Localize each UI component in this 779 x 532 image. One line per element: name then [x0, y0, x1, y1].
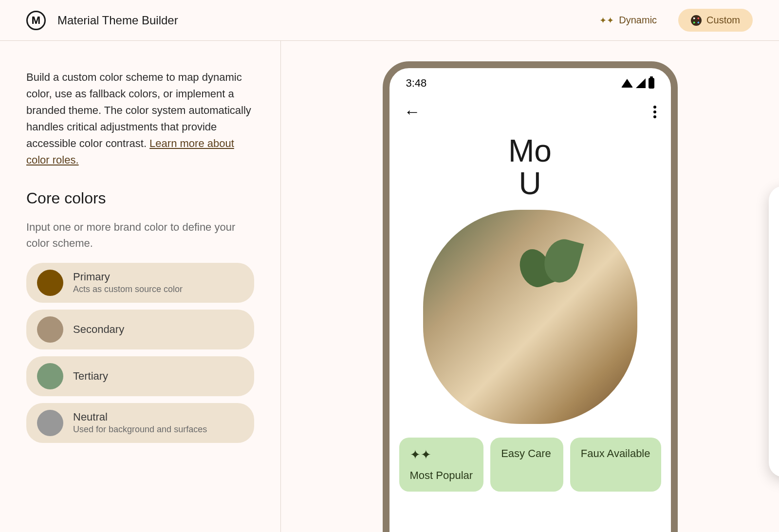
palette-icon [691, 15, 702, 26]
sparkle-icon: ✦✦ [599, 15, 614, 26]
color-row-primary[interactable]: Primary Acts as custom source color [26, 263, 254, 303]
color-desc: Acts as custom source color [73, 284, 183, 294]
preview-pane: 3:48 ← Mo U ✦✦ Most Po [281, 41, 779, 532]
swatch-primary [37, 270, 63, 296]
intro-text: Build a custom color scheme to map dynam… [26, 69, 254, 169]
color-row-secondary[interactable]: Secondary [26, 310, 254, 349]
battery-icon [649, 78, 654, 89]
core-colors-subtitle: Input one or more brand color to define … [26, 219, 254, 251]
color-name: Tertiary [73, 370, 108, 383]
color-name: Secondary [73, 323, 124, 336]
color-row-tertiary[interactable]: Tertiary [26, 356, 254, 396]
swatch-tertiary [37, 363, 63, 389]
status-icons [621, 78, 654, 89]
chip-easy-care[interactable]: Easy Care [490, 438, 563, 492]
swatch-secondary [37, 316, 63, 343]
hero-image [423, 210, 637, 424]
app-logo: M [26, 11, 46, 30]
back-arrow-icon[interactable]: ← [404, 102, 421, 121]
dynamic-mode-button[interactable]: ✦✦ Dynamic [587, 9, 669, 32]
color-row-neutral[interactable]: Neutral Used for background and surfaces [26, 403, 254, 443]
color-desc: Used for background and surfaces [73, 424, 207, 435]
custom-label: Custom [706, 15, 740, 26]
chip-most-popular[interactable]: ✦✦ Most Popular [399, 438, 484, 492]
core-colors-title: Core colors [26, 189, 254, 207]
status-time: 3:48 [406, 77, 427, 90]
color-name: Primary [73, 271, 183, 283]
dynamic-label: Dynamic [619, 15, 657, 26]
sidebar: Build a custom color scheme to map dynam… [0, 41, 281, 532]
hero-title: Mo U [390, 130, 671, 210]
hct-color-picker: HCT Color Picker Hue Chroma [769, 186, 779, 477]
more-vert-icon[interactable] [653, 106, 656, 118]
custom-mode-button[interactable]: Custom [678, 9, 753, 32]
app-title: Material Theme Builder [57, 14, 178, 27]
swatch-neutral [37, 410, 63, 436]
signal-icon [636, 78, 646, 88]
chip-faux[interactable]: Faux Available [570, 438, 661, 492]
sparkle-icon: ✦✦ [410, 447, 431, 462]
plant-illustration [511, 229, 608, 327]
color-name: Neutral [73, 411, 207, 423]
phone-frame: 3:48 ← Mo U ✦✦ Most Po [383, 61, 678, 532]
wifi-icon [621, 79, 633, 88]
